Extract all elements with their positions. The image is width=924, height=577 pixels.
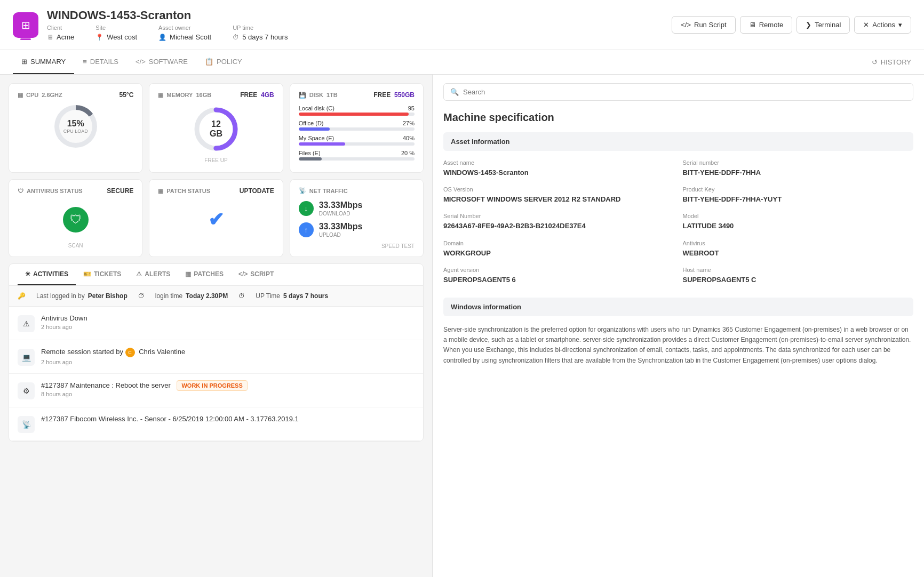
main-content: ▦ CPU 2.6GHZ 55°C 15% CPU LOAD [0,75,924,577]
disk-header: 💾 DISK 1TB FREE 550GB [299,91,415,99]
header-left: ⊞ WINDOWS-1453-Scranton Client 🖥 Acme Si… [13,9,288,41]
tab-details[interactable]: ≡ DETAILS [74,50,127,74]
meta-client: Client 🖥 Acme [47,25,74,41]
search-input[interactable] [463,88,906,96]
chris-avatar: C [125,348,135,357]
avatar-icon: 👤 [158,34,166,41]
terminal-icon: ❯ [806,21,811,29]
cpu-body: 15% CPU LOAD [18,105,133,148]
main-tabs: ⊞ SUMMARY ≡ DETAILS </> SOFTWARE 📋 POLIC… [0,50,924,75]
asset-info-grid: Asset name WINDOWS-1453-Scranton Serial … [443,159,913,285]
actions-button[interactable]: ✕ Actions ▾ [854,16,911,34]
key-icon: 🔑 [18,292,26,300]
tabs-left: ⊞ SUMMARY ≡ DETAILS </> SOFTWARE 📋 POLIC… [13,50,251,74]
login-time: login time Today 2.30PM [155,292,228,300]
spec-antivirus: Antivirus WEBROOT [683,240,914,258]
upload-icon: ↑ [299,222,314,237]
status-badge-wip: WORK IN PROGRESS [177,380,247,391]
activity-item-antivirus: ⚠ Antivirus Down 2 hours ago [9,307,423,340]
tab-summary[interactable]: ⊞ SUMMARY [13,50,74,74]
meta-site: Site 📍 West cost [95,25,137,41]
spec-os-version: OS Version MICROSOFT WINDOWS SERVER 2012… [443,186,674,204]
remote-button[interactable]: 🖥 Remote [740,16,793,34]
spec-domain: Domain WORKGROUP [443,240,674,258]
patch-title: ▦ PATCH STATUS [158,188,210,195]
disk-list: Local disk (C) 95 Office (D) 27% [299,105,415,161]
meta-asset-owner: Asset owner 👤 Micheal Scott [158,25,211,41]
cpu-title: ▦ CPU 2.6GHZ [18,92,62,99]
act-tab-patches[interactable]: ▦ PATCHES [178,264,231,285]
run-script-button[interactable]: </> Run Script [672,16,736,34]
clock-icon: ⏱ [233,34,239,41]
spec-asset-name: Asset name WINDOWS-1453-Scranton [443,159,674,178]
activities-section: ✳ ACTIVITIES 🎫 TICKETS ⚠ ALERTS ▦ PATCHE… [9,263,424,442]
tab-software[interactable]: </> SOFTWARE [127,50,196,74]
activity-icon-maintenance: ⚙ [18,382,35,399]
cpu-icon: ▦ [18,92,23,99]
net-title: 📡 NET TRAFFIC [299,187,348,194]
memory-icon: ▦ [158,92,163,99]
act-tab-tickets[interactable]: 🎫 TICKETS [76,264,129,285]
run-script-icon: </> [681,21,691,29]
windows-icon: ⊞ [21,19,30,31]
disk-item-c: Local disk (C) 95 [299,105,415,116]
activity-item-maintenance: ⚙ #127387 Maintenance : Reboot the serve… [9,374,423,407]
remote-icon: 🖥 [749,21,756,29]
disk-item-d: Office (D) 27% [299,120,415,131]
spec-product-key: Product Key BITT-YEHE-DDFF-7HHA-YUYT [683,186,914,204]
patch-header: ▦ PATCH STATUS UPTODATE [158,187,274,195]
meta-uptime: UP time ⏱ 5 days 7 hours [233,25,288,41]
chevron-down-icon: ▾ [898,21,902,29]
activities-icon: ✳ [25,270,30,278]
search-icon: 🔍 [450,88,459,96]
tab-policy[interactable]: 📋 POLICY [196,50,251,74]
patch-icon: ▦ [158,188,163,195]
cpu-card: ▦ CPU 2.6GHZ 55°C 15% CPU LOAD [9,83,142,173]
device-title: WINDOWS-1453-Scranton [47,9,288,22]
disk-item-e-space: My Space (E) 40% [299,135,415,146]
activity-icon-fibocom: 📡 [18,416,35,433]
disk-icon: 💾 [299,92,306,99]
memory-donut: 12 GB [192,105,240,153]
antivirus-card: 🛡 ANTIVIRUS STATUS SECURE 🛡 SCAN [9,179,142,257]
patch-card: ▦ PATCH STATUS UPTODATE ✔ [149,179,283,257]
history-button[interactable]: ↺ HISTORY [872,58,911,66]
windows-info-text: Server-side synchronization is the prefe… [443,325,913,366]
script-icon: </> [238,270,248,278]
app-logo: ⊞ [13,12,38,38]
search-box: 🔍 [443,83,913,101]
net-icon: 📡 [299,187,306,194]
actions-icon: ✕ [863,21,869,29]
device-info: WINDOWS-1453-Scranton Client 🖥 Acme Site… [47,9,288,41]
act-tab-alerts[interactable]: ⚠ ALERTS [129,264,178,285]
left-panel: ▦ CPU 2.6GHZ 55°C 15% CPU LOAD [0,75,432,577]
activity-icon-antivirus: ⚠ [18,315,35,332]
antivirus-header: 🛡 ANTIVIRUS STATUS SECURE [18,187,133,195]
spec-serial-num-long: Serial Number 92643A67-8FE9-49A2-B2B3-B2… [443,213,674,231]
memory-card: ▦ MEMORY 16GB FREE 4GB [149,83,283,173]
header: ⊞ WINDOWS-1453-Scranton Client 🖥 Acme Si… [0,0,924,50]
antivirus-title: 🛡 ANTIVIRUS STATUS [18,188,83,194]
act-tab-script[interactable]: </> SCRIPT [231,264,281,285]
memory-title: ▦ MEMORY 16GB [158,92,211,99]
antivirus-icon: 🛡 [18,188,23,194]
net-traffic-card: 📡 NET TRAFFIC ↓ 33.33Mbps DOWNLOAD ↑ 33.… [290,179,424,257]
memory-header: ▦ MEMORY 16GB FREE 4GB [158,91,274,99]
monitor-icon: 🖥 [47,34,53,41]
login-by: Last logged in by Peter Bishop [36,292,128,300]
top-cards: ▦ CPU 2.6GHZ 55°C 15% CPU LOAD [9,83,424,173]
net-header: 📡 NET TRAFFIC [299,187,415,194]
terminal-button[interactable]: ❯ Terminal [796,16,850,34]
software-icon: </> [136,58,146,66]
location-icon: 📍 [95,34,103,41]
activity-item-remote: 💻 Remote session started by C Chris Vale… [9,340,423,374]
summary-icon: ⊞ [21,58,27,66]
login-bar: 🔑 Last logged in by Peter Bishop ⏱ login… [9,286,423,307]
download-icon: ↓ [299,201,314,216]
net-download: ↓ 33.33Mbps DOWNLOAD [299,201,415,217]
spec-title: Machine specification [443,111,913,124]
act-tab-activities[interactable]: ✳ ACTIVITIES [18,264,76,285]
checkmark-icon: ✔ [208,209,224,231]
history-icon: ↺ [872,58,878,66]
policy-icon: 📋 [205,58,213,66]
